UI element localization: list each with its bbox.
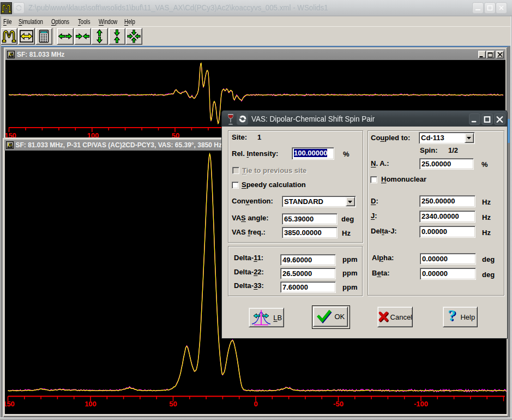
svg-text:50: 50 [169,400,177,408]
svg-text:?: ? [448,309,456,324]
svg-text:150: 150 [5,400,15,408]
svg-text:0: 0 [254,400,257,408]
svg-text:150: 150 [5,131,16,138]
svg-text:50: 50 [172,131,179,138]
svg-text:100: 100 [85,400,97,408]
svg-text:-50: -50 [333,400,344,408]
svg-text:-100: -100 [413,400,427,408]
svg-text:100: 100 [87,131,99,138]
